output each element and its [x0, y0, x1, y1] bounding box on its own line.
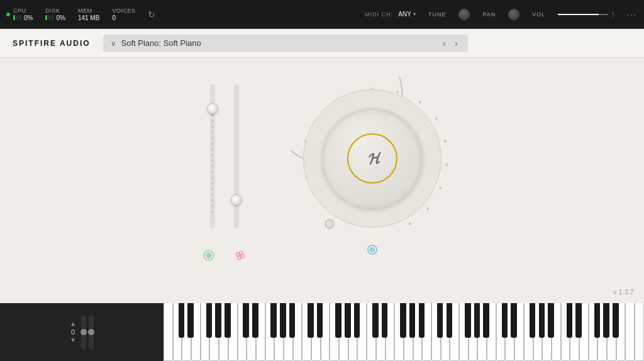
- black-key[interactable]: [289, 303, 296, 338]
- sliders-row: [210, 84, 239, 229]
- slider2-thumb[interactable]: [231, 194, 242, 206]
- bottom-left-controls: ▲ 0 ▼: [0, 303, 164, 361]
- svg-point-4: [435, 118, 438, 120]
- svg-point-5: [444, 140, 447, 142]
- white-key[interactable]: [625, 303, 635, 361]
- piano-container: // Generate white keys const pianoContai…: [164, 303, 644, 361]
- black-key[interactable]: [308, 303, 314, 338]
- black-key[interactable]: [270, 303, 277, 338]
- pitch-slider-1[interactable]: [81, 315, 86, 350]
- midi-section: MIDI CH: ANY ▾: [365, 11, 416, 18]
- black-key[interactable]: [335, 303, 341, 338]
- disk-bar-3: [52, 15, 53, 20]
- voices-stat: VOICES 0: [112, 8, 135, 21]
- pitch-sliders: [81, 315, 94, 350]
- octave-down-button[interactable]: ▼: [70, 337, 76, 343]
- preset-name: Soft Piano: Soft Piano: [121, 38, 436, 48]
- mem-stat: MEM 141 MB: [78, 8, 99, 21]
- black-key[interactable]: [317, 303, 323, 338]
- svg-point-8: [426, 208, 429, 210]
- black-key[interactable]: [474, 303, 480, 338]
- black-key[interactable]: [567, 303, 573, 338]
- big-knob-container: 𝓗: [303, 89, 441, 259]
- octave-control: ▲ 0 ▼: [70, 321, 76, 343]
- black-key[interactable]: [594, 303, 601, 338]
- preset-prev-button[interactable]: ‹: [440, 38, 448, 48]
- cpu-label: CPU: [13, 8, 26, 14]
- knob-settings-icon[interactable]: [366, 243, 379, 259]
- midi-ch-label: MIDI CH:: [365, 11, 393, 18]
- big-knob-middle[interactable]: 𝓗: [322, 108, 423, 209]
- octave-up-button[interactable]: ▲: [70, 321, 76, 327]
- vol-slider[interactable]: !: [558, 11, 614, 18]
- midi-ch-value[interactable]: ANY ▾: [398, 11, 416, 18]
- black-key[interactable]: [345, 303, 351, 338]
- more-menu-button[interactable]: ···: [626, 9, 638, 19]
- black-key[interactable]: [575, 303, 582, 338]
- white-key[interactable]: [635, 303, 644, 361]
- slider1-thumb[interactable]: [207, 103, 218, 114]
- black-key[interactable]: [511, 303, 517, 338]
- black-key[interactable]: [206, 303, 213, 338]
- knob-wrapper: 𝓗: [303, 89, 441, 228]
- cpu-bar-1: [13, 15, 15, 20]
- slider-icons: [203, 249, 247, 265]
- big-knob-outer[interactable]: 𝓗: [303, 89, 441, 228]
- mem-value: 141 MB: [78, 14, 99, 21]
- vol-exclaim: !: [612, 11, 614, 18]
- voices-value: 0: [112, 14, 116, 21]
- slider2-icon[interactable]: [234, 249, 247, 265]
- preset-bar: ∨ Soft Piano: Soft Piano ‹ ›: [103, 35, 468, 52]
- preset-navigation: ‹ ›: [440, 38, 460, 48]
- black-key[interactable]: [465, 303, 471, 338]
- black-key[interactable]: [252, 303, 258, 338]
- black-key[interactable]: [483, 303, 489, 338]
- knob-logo: 𝓗: [365, 149, 380, 169]
- slider1-track[interactable]: [210, 84, 215, 229]
- black-key[interactable]: [530, 303, 536, 338]
- refresh-icon[interactable]: ↻: [148, 9, 155, 19]
- cpu-bar-3: [19, 15, 21, 20]
- tune-knob[interactable]: [458, 9, 470, 20]
- black-key[interactable]: [419, 303, 425, 338]
- black-key[interactable]: [548, 303, 554, 338]
- pitch-slider-2[interactable]: [89, 315, 94, 350]
- controls-container: 𝓗: [203, 84, 441, 265]
- black-key[interactable]: [502, 303, 508, 338]
- black-key[interactable]: [372, 303, 379, 338]
- svg-point-12: [325, 219, 334, 228]
- pan-knob[interactable]: [508, 9, 519, 20]
- preset-dropdown-arrow[interactable]: ∨: [111, 39, 116, 48]
- black-key[interactable]: [409, 303, 416, 338]
- black-key[interactable]: [382, 303, 388, 338]
- black-key[interactable]: [447, 303, 453, 338]
- black-key[interactable]: [613, 303, 619, 338]
- brand-name: SPITFIRE AUDIO: [13, 39, 91, 48]
- svg-point-6: [445, 164, 448, 166]
- black-key[interactable]: [215, 303, 221, 338]
- cpu-bar-2: [16, 15, 18, 20]
- slider1-icon[interactable]: [203, 249, 215, 265]
- preset-next-button[interactable]: ›: [452, 38, 460, 48]
- black-key[interactable]: [400, 303, 406, 338]
- voices-label: VOICES: [112, 8, 135, 14]
- main-area: 𝓗 v 1.3.7: [0, 58, 644, 303]
- black-key[interactable]: [603, 303, 609, 338]
- black-key[interactable]: [187, 303, 194, 338]
- cpu-stat: CPU 0%: [6, 8, 33, 21]
- black-key[interactable]: [437, 303, 443, 338]
- black-key[interactable]: [539, 303, 545, 338]
- black-key[interactable]: [354, 303, 360, 338]
- black-key[interactable]: [243, 303, 249, 338]
- svg-point-15: [372, 250, 373, 250]
- slider1-container: [210, 84, 215, 229]
- pan-label: PAN: [482, 11, 496, 18]
- slider2-track[interactable]: [234, 84, 239, 229]
- black-key[interactable]: [179, 303, 185, 338]
- mem-label: MEM: [78, 8, 92, 14]
- black-key[interactable]: [280, 303, 286, 338]
- black-key[interactable]: [225, 303, 231, 338]
- white-key[interactable]: [164, 303, 173, 361]
- disk-bar-1: [45, 15, 47, 20]
- big-knob-inner: 𝓗: [347, 133, 397, 184]
